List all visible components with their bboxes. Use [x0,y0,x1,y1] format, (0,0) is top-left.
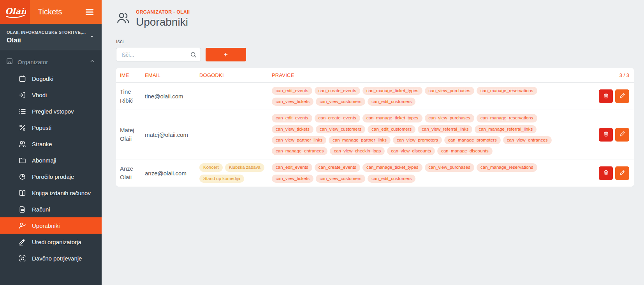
organization-selector[interactable]: OLAII, INFORMACIJSKE STORITVE,... Olaii [0,24,102,50]
add-user-button[interactable]: + [206,48,246,61]
trash-icon [603,169,609,177]
permission-chip: can_create_events [315,163,360,171]
sidebar-item-label: Računi [32,206,50,213]
nav-items: DogodkiVhodiPregled vstopovPopustiStrank… [0,70,102,266]
table-row: TineRibičtine@olaii.comcan_edit_eventsca… [116,83,634,110]
sidebar-item-label: Vhodi [32,92,47,98]
page-header: ORGANIZATOR - OLAII Uporabniki [116,9,634,28]
olaii-logo[interactable]: Olaii [0,0,30,24]
user-name: AnzeOlaii [120,164,142,182]
sidebar-item-label: Uporabniki [32,222,60,229]
organization-name: Olaii [7,37,88,44]
permission-chip: can_manage_reservations [477,87,537,95]
permission-chip: can_create_events [315,114,360,122]
sidebar-item-ra-uni[interactable]: Računi [0,201,102,217]
column-header-permissions: PRAVICE [272,72,579,78]
permission-chip: can_view_promoters [393,136,442,144]
edit-user-button[interactable] [615,166,629,180]
user-permissions: can_edit_eventscan_create_eventscan_mana… [272,163,579,182]
permission-chip: can_manage_discounts [437,147,492,155]
sidebar-nav: Organizator DogodkiVhodiPregled vstopovP… [0,50,102,285]
permission-chip: can_view_tickets [272,98,313,106]
trash-icon [603,93,609,100]
book-icon [18,189,26,197]
delete-user-button[interactable] [599,166,613,180]
permission-chip: can_manage_ticket_types [362,114,422,122]
permission-chip: can_edit_customers [368,175,415,183]
permission-chip: can_manage_promoters [444,136,501,144]
sidebar-item-label: Stranke [32,141,52,147]
sidebar-item-label: Uredi organizatorja [32,239,81,245]
table-body: TineRibičtine@olaii.comcan_edit_eventsca… [116,83,634,187]
permission-chip: can_edit_customers [368,98,415,106]
permission-chip: can_view_partner_links [272,136,326,144]
search-icon[interactable] [190,51,197,60]
qr-code-icon [18,254,26,262]
table-row: MatejOlaiimatej@olaii.comcan_edit_events… [116,110,634,159]
permission-chip: can_manage_reservations [477,114,537,122]
permission-chip: can_view_purchases [425,87,474,95]
user-email: anze@olaii.com [145,170,196,177]
nav-group-label: Organizator [18,59,89,65]
row-actions [582,166,629,180]
sidebar-item-pregled-vstopov[interactable]: Pregled vstopov [0,103,102,119]
user-permissions: can_edit_eventscan_create_eventscan_mana… [272,114,579,155]
search-input[interactable] [116,48,201,61]
permission-chip: can_view_entrances [503,136,552,144]
permission-chip: can_view_customers [316,175,365,183]
sidebar-item-knjiga-izdanih-ra-unov[interactable]: Knjiga izdanih računov [0,185,102,201]
sidebar-item-dogodki[interactable]: Dogodki [0,70,102,87]
calendar-icon [18,74,26,83]
nav-group-organizator[interactable]: Organizator [0,53,102,70]
event-chip: Stand up komedija [199,175,244,183]
sidebar-item-vhodi[interactable]: Vhodi [0,87,102,103]
column-header-events: DOGODKI [199,72,269,78]
breadcrumb: ORGANIZATOR - OLAII [136,9,190,15]
sidebar-item-dav-no-potrjevanje[interactable]: Davčno potrjevanje [0,250,102,266]
delete-user-button[interactable] [599,128,613,142]
user-name: MatejOlaii [120,126,142,143]
edit-user-button[interactable] [615,89,629,103]
hamburger-menu-icon[interactable] [81,0,99,24]
delete-user-button[interactable] [599,89,613,103]
user-email: tine@olaii.com [145,93,196,100]
edit-user-button[interactable] [615,128,629,142]
permission-chip: can_manage_ticket_types [362,87,422,95]
sidebar-item-label: Abonmaji [32,157,56,164]
user-email: matej@olaii.com [145,131,196,138]
sidebar-item-label: Dogodki [32,75,53,82]
user-check-icon [18,221,26,230]
sidebar-item-poro-ilo-prodaje[interactable]: Poročilo prodaje [0,168,102,185]
product-title: Tickets [38,0,81,24]
table-row: AnzeOlaiianze@olaii.comKoncertKlubska za… [116,159,634,186]
permission-chip: can_manage_reservations [477,163,537,171]
sidebar-item-label: Pregled vstopov [32,108,74,115]
sidebar-item-uredi-organizatorja[interactable]: Uredi organizatorja [0,234,102,250]
sidebar-item-abonmaji[interactable]: Abonmaji [0,152,102,168]
user-permissions: can_edit_eventscan_create_eventscan_mana… [272,87,579,106]
permission-chip: can_view_discounts [387,147,435,155]
topbar: Olaii Tickets [0,0,102,24]
permission-chip: can_view_tickets [272,125,313,133]
sidebar-item-popusti[interactable]: Popusti [0,119,102,136]
pencil-icon [619,169,626,177]
permission-chip: can_manage_partner_links [329,136,391,144]
page-title: Uporabniki [136,16,190,28]
sidebar-item-stranke[interactable]: Stranke [0,136,102,152]
login-icon [18,91,26,99]
main-content: ORGANIZATOR - OLAII Uporabniki Išči + IM… [102,0,644,285]
sidebar-item-label: Popusti [32,124,51,131]
folder-icon [18,156,26,164]
permission-chip: can_view_purchases [425,163,474,171]
pencil-icon [619,93,626,100]
sidebar: Olaii Tickets OLAII, INFORMACIJSKE STORI… [0,0,102,285]
building-icon [5,57,14,67]
permission-chip: can_manage_referral_links [475,125,537,133]
event-chip: Koncert [199,163,223,171]
sidebar-item-label: Davčno potrjevanje [32,255,82,262]
caret-down-icon [88,33,95,42]
column-header-name: IME [120,72,142,78]
permission-chip: can_edit_events [272,163,312,171]
column-header-email: EMAIL [145,72,196,78]
sidebar-item-uporabniki[interactable]: Uporabniki [0,217,102,234]
